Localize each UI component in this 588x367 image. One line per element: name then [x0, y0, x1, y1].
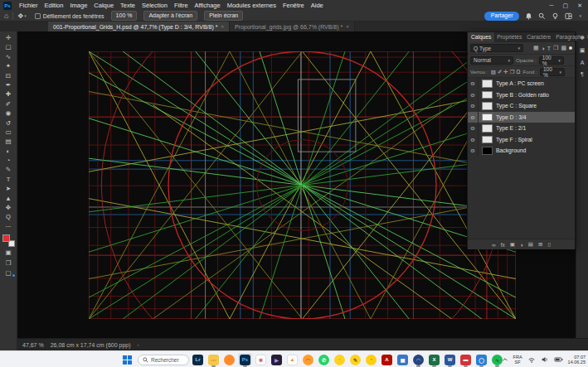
new-layer-icon[interactable]: ⊞ [538, 241, 542, 248]
filter-smart-objects-icon[interactable]: ▩ [561, 45, 566, 51]
taskbar-app-vlc[interactable]: ▲ [284, 353, 300, 366]
layer-thumbnail[interactable] [482, 80, 493, 88]
lock-position-icon[interactable]: ✛ [503, 69, 508, 75]
home-icon[interactable]: ⌂ [4, 11, 8, 22]
opacity-dropdown[interactable]: 100 % ▾ [539, 56, 564, 65]
full-screen-button[interactable]: Plein écran [204, 11, 243, 21]
taskbar-app-media-player[interactable]: ▶ [269, 353, 284, 366]
taskbar-app-lightroom-classic[interactable]: Lr [190, 353, 206, 366]
blur-tool[interactable]: ◐ [2, 147, 15, 156]
menu-texte[interactable]: Texte [117, 0, 138, 11]
collapsed-properties-panel[interactable]: ▣ [580, 47, 586, 54]
panel-tab-caractère[interactable]: Caractère [524, 32, 553, 42]
fill-dropdown[interactable]: 100 % ▾ [540, 68, 565, 76]
foreground-color-swatch[interactable] [2, 234, 10, 242]
start-button[interactable] [123, 355, 132, 365]
layer-visibility-eye-icon[interactable]: ⊙ [468, 123, 479, 134]
volume-icon[interactable] [541, 355, 549, 364]
clock[interactable]: 07:0714.06.25 [568, 355, 586, 365]
layer-thumbnail[interactable] [482, 102, 493, 110]
discover-lightbulb-icon[interactable] [552, 12, 559, 20]
workspace-switcher-icon[interactable] [565, 12, 572, 20]
lock-all-icon[interactable]: Ω [517, 69, 521, 75]
taskbar-app-paint-blue-app[interactable]: ◯ [474, 353, 489, 366]
layer-visibility-eye-icon[interactable]: ⊙ [468, 89, 479, 101]
delete-layer-icon[interactable]: ▯ [547, 241, 551, 248]
taskbar-app-blue-sphere-app[interactable]: ◠ [411, 353, 426, 366]
chevron-down-icon[interactable]: ▾ [579, 13, 581, 18]
blend-mode-dropdown[interactable]: Normal ▾ [470, 56, 513, 65]
menu-calque[interactable]: Calque [90, 0, 117, 11]
screen-mode[interactable]: ❐ [2, 258, 15, 268]
restore-button[interactable]: ▢ [563, 2, 569, 9]
filter-shape-layers-icon[interactable]: ❐ [553, 45, 558, 51]
battery-icon[interactable] [554, 355, 563, 364]
chevron-down-icon[interactable]: ▾ [24, 13, 27, 18]
wifi-icon[interactable] [527, 355, 536, 364]
document-tab-2[interactable]: Proportional_grids.jpg @ 66,7% (RVB/8) *… [230, 22, 355, 31]
menu-affichage[interactable]: Affichage [192, 0, 224, 11]
layer-visibility-eye-icon[interactable]: ⊙ [468, 134, 479, 146]
status-expand-icon[interactable]: › [138, 342, 139, 347]
collapsed-character-panel[interactable]: A [581, 60, 585, 65]
quick-mask-mode[interactable]: ▣ [2, 248, 15, 257]
hidden-icons-chevron[interactable] [502, 356, 508, 363]
layer-row[interactable]: ⊙Type E : 2/1 [468, 123, 575, 134]
layer-thumbnail[interactable] [482, 91, 493, 99]
layer-effects-icon[interactable]: fx [501, 242, 505, 248]
taskbar-app-yellow-app-2[interactable]: ✎ [347, 353, 363, 366]
taskbar-app-photos[interactable]: ❋ [253, 353, 269, 366]
layer-row[interactable]: ⊙Type B : Golden ratio [468, 89, 575, 101]
menu-modules-externes[interactable]: Modules externes [224, 0, 279, 11]
zoom-level-field[interactable]: 47,67 % [22, 342, 44, 348]
collapsed-paragraph-panel[interactable]: ¶ [581, 71, 584, 77]
menu-image[interactable]: Image [66, 0, 90, 11]
taskbar-app-yellow-app-3[interactable]: ◔ [363, 353, 379, 366]
taskbar-app-file-explorer[interactable]: ▬ [206, 353, 221, 366]
eraser-tool[interactable]: ▭ [2, 128, 15, 137]
taskbar-app-yellow-app-1[interactable]: ◦ [332, 353, 347, 366]
path-selection-tool[interactable]: ➤ [2, 184, 15, 193]
lock-transparency-icon[interactable]: ▨ [491, 69, 496, 75]
taskbar-app-whatsapp[interactable]: ✆ [316, 353, 332, 366]
filter-toggle-icon[interactable] [569, 46, 572, 50]
taskbar-app-word[interactable]: W [442, 353, 458, 366]
close-button[interactable]: ✕ [577, 2, 582, 9]
taskbar-app-acrobat[interactable]: A [379, 353, 395, 366]
layer-thumbnail[interactable] [482, 113, 493, 122]
menu-fichier[interactable]: Fichier [16, 0, 41, 11]
taskbar-app-calculator[interactable]: ▦ [395, 353, 411, 366]
layer-thumbnail[interactable] [482, 124, 493, 133]
fit-screen-button[interactable]: Adapter à l'écran [143, 11, 197, 21]
link-layers-icon[interactable]: ∞ [492, 242, 496, 248]
zoom-100-button[interactable]: 100 % [111, 11, 138, 21]
layer-row[interactable]: ⊙Type C : Square [468, 100, 575, 112]
taskbar-app-photoshop[interactable]: Ps [237, 353, 253, 366]
menu-fen-tre[interactable]: Fenêtre [279, 0, 308, 11]
add-mask-icon[interactable]: ▣ [510, 241, 515, 248]
close-tab-icon[interactable]: × [346, 24, 349, 29]
layer-visibility-eye-icon[interactable]: ⊙ [468, 78, 479, 89]
lock-image-icon[interactable]: ✐ [498, 69, 502, 75]
layer-visibility-eye-icon[interactable]: ⊙ [468, 112, 479, 123]
capture-indicator[interactable]: ▢ [2, 268, 15, 278]
panel-tab-paragraphe[interactable]: Paragraphe [553, 32, 586, 42]
crop-tool[interactable]: ⊡ [2, 71, 15, 80]
zoom-tool[interactable]: Q [2, 212, 15, 221]
panel-tab-propriétés[interactable]: Propriétés [494, 32, 524, 42]
taskbar-search-box[interactable]: Rechercher [138, 355, 189, 365]
layer-visibility-eye-icon[interactable]: ⊙ [468, 100, 479, 112]
pen-tool[interactable]: ✎ [2, 165, 15, 174]
notifications-bell-icon[interactable] [525, 12, 532, 20]
type-tool[interactable]: T [2, 175, 15, 184]
filter-adjustment-layers-icon[interactable]: ◑ [542, 46, 545, 51]
dodge-tool[interactable]: ◔ [2, 156, 15, 165]
layer-row[interactable]: ⊙Type A : PC screen [468, 78, 575, 89]
shape-tool[interactable]: ▲ [2, 194, 15, 203]
layer-filter-dropdown[interactable]: Q Type ▾ [470, 44, 523, 52]
lasso-tool[interactable]: ∿ [2, 52, 15, 61]
filter-pixel-layers-icon[interactable]: ▦ [533, 45, 539, 51]
lock-artboard-icon[interactable]: ❐ [510, 69, 515, 75]
filter-type-layers-icon[interactable]: T [547, 46, 551, 51]
layer-thumbnail[interactable] [482, 147, 493, 155]
